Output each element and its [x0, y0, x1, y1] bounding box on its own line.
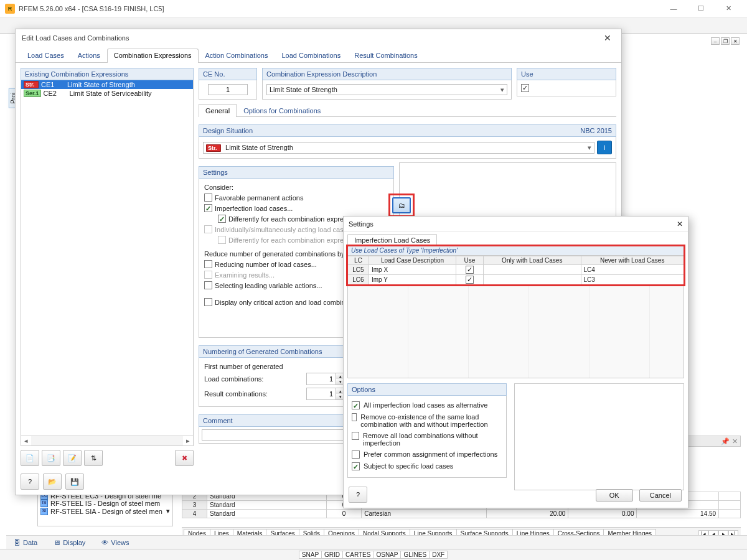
ilc-table[interactable]: LC Load Case Description Use Only with L…: [347, 256, 684, 285]
tab-imperfection-load-cases[interactable]: Imperfection Load Cases: [347, 234, 437, 246]
status-glines[interactable]: GLINES: [400, 551, 430, 559]
use-lc5-checkbox[interactable]: [466, 266, 474, 274]
edit-button[interactable]: 📝: [63, 450, 82, 466]
minimize-button[interactable]: —: [660, 0, 687, 17]
settings-help-button[interactable]: ?: [349, 487, 367, 503]
existing-expressions-header: Existing Combination Expressions: [21, 68, 194, 80]
load-comb-spin[interactable]: ▴▾: [306, 373, 345, 385]
module-icon: IS: [40, 500, 48, 507]
options-header: Options: [347, 383, 507, 396]
view-views-tab: 👁Views: [96, 538, 134, 548]
table-row: LC6 Imp Y LC3: [348, 275, 684, 285]
status-grid[interactable]: GRID: [321, 551, 343, 559]
status-snap[interactable]: SNAP: [299, 551, 322, 559]
diff-each-checkbox[interactable]: [218, 215, 226, 223]
subtab-general[interactable]: General: [199, 104, 237, 117]
use-checkbox[interactable]: [521, 84, 529, 92]
display-icon: 🖥: [54, 539, 60, 546]
diff-each2-checkbox: [218, 236, 226, 244]
ce-no-input[interactable]: [208, 84, 248, 95]
dialog-main-tabs: Load Cases Actions Combination Expressio…: [16, 48, 621, 63]
result-comb-spin[interactable]: ▴▾: [306, 388, 345, 400]
ilc-table-title: Use Load Cases of Type 'Imperfection': [347, 246, 684, 256]
design-code-label: NBC 2015: [580, 127, 612, 134]
display-critical-checkbox[interactable]: [204, 298, 212, 306]
cancel-button[interactable]: Cancel: [639, 489, 682, 502]
settings-header: Settings: [199, 166, 394, 179]
status-dxf[interactable]: DXF: [429, 551, 448, 559]
settings-dialog-title: Settings: [349, 220, 374, 228]
ilc-empty-grid[interactable]: [347, 285, 684, 378]
indiv-checkbox: [204, 225, 212, 233]
tab-result-combinations[interactable]: Result Combinations: [347, 49, 425, 63]
delete-button[interactable]: ✖: [175, 450, 194, 466]
design-situation-label: Design Situation: [203, 127, 253, 134]
status-bar: SNAP GRID CARTES OSNAP GLINES DXF: [0, 549, 747, 560]
imperfection-settings-dialog: Settings ✕ Imperfection Load Cases Use L…: [343, 216, 688, 508]
maximize-button[interactable]: ☐: [687, 0, 715, 17]
examining-checkbox: [204, 271, 212, 279]
tab-actions[interactable]: Actions: [71, 49, 107, 63]
favorable-checkbox[interactable]: [204, 194, 212, 202]
copy-button[interactable]: 📑: [42, 450, 60, 466]
imperfection-checkbox[interactable]: [204, 204, 212, 212]
selecting-checkbox[interactable]: [204, 281, 212, 289]
app-icon: R: [5, 4, 15, 14]
design-situation-select[interactable]: Str. Limit State of Strength: [203, 142, 594, 154]
use-header: Use: [517, 68, 616, 80]
use-lc6-checkbox[interactable]: [466, 276, 474, 284]
data-icon: 🗄: [14, 539, 21, 546]
module-icon: SI: [40, 508, 48, 515]
ce-no-header: CE No.: [199, 68, 257, 80]
save-button[interactable]: 💾: [65, 474, 84, 490]
list-scrollbar[interactable]: ◂▸: [21, 436, 194, 446]
subtab-options[interactable]: Options for Combinations: [237, 104, 327, 117]
tab-action-combinations[interactable]: Action Combinations: [199, 49, 275, 63]
combo-desc-header: Combination Expression Description: [262, 68, 512, 80]
views-icon: 👁: [101, 539, 108, 546]
mdi-window-controls[interactable]: –❐✕: [711, 37, 740, 45]
app-title: RFEM 5.26.00 x64 - [CSA S16-19 FINISH, L…: [19, 5, 164, 12]
opt-prefer-checkbox[interactable]: [352, 450, 360, 459]
imperfection-settings-button[interactable]: 🗂: [392, 197, 411, 213]
tab-load-combinations[interactable]: Load Combinations: [275, 49, 347, 63]
navigator-view-tabs[interactable]: 🗄Data 🖥Display 👁Views: [6, 535, 747, 549]
close-button[interactable]: ✕: [715, 0, 742, 17]
settings-preview-panel: [514, 383, 684, 490]
expression-list[interactable]: Str. CE1 Limit State of Strength Ser.1 C…: [21, 80, 194, 436]
status-osnap[interactable]: OSNAP: [373, 551, 401, 559]
strength-badge: Str.: [24, 81, 39, 88]
serviceability-badge: Ser.1: [24, 90, 41, 97]
expression-row[interactable]: Ser.1 CE2 Limit State of Serviceability: [21, 89, 193, 98]
expression-row[interactable]: Str. CE1 Limit State of Strength: [21, 80, 193, 89]
dialog-close-icon[interactable]: ✕: [600, 30, 615, 45]
sort-button[interactable]: ⇅: [84, 450, 103, 466]
view-display-tab: 🖥Display: [49, 538, 90, 548]
settings-close-icon[interactable]: ✕: [677, 220, 683, 228]
combo-desc-select[interactable]: Limit State of Strength: [266, 84, 507, 95]
strength-badge: Str.: [206, 144, 221, 152]
help-button[interactable]: ?: [21, 474, 39, 490]
module-tree[interactable]: ECRF-STEEL EC3 - Design of steel me ISRF…: [37, 492, 173, 526]
consider-label: Consider:: [204, 182, 388, 192]
right-toolbar[interactable]: [624, 52, 741, 76]
ok-button[interactable]: OK: [596, 489, 633, 502]
tab-load-cases[interactable]: Load Cases: [21, 49, 71, 63]
main-titlebar: R RFEM 5.26.00 x64 - [CSA S16-19 FINISH,…: [0, 0, 747, 17]
reducing-checkbox[interactable]: [204, 260, 212, 268]
view-data-tab: 🗄Data: [9, 538, 42, 548]
info-icon[interactable]: i: [597, 141, 612, 154]
table-row: LC5 Imp X LC4: [348, 265, 684, 275]
tab-combination-expressions[interactable]: Combination Expressions: [107, 49, 199, 63]
status-cartes[interactable]: CARTES: [342, 551, 374, 559]
new-button[interactable]: 📄: [21, 450, 39, 466]
open-button[interactable]: 📂: [43, 474, 62, 490]
opt-remove-all-checkbox[interactable]: [352, 432, 359, 440]
opt-remove-coexist-checkbox[interactable]: [352, 413, 357, 421]
opt-subject-checkbox[interactable]: [352, 462, 360, 470]
opt-alternative-checkbox[interactable]: [352, 401, 360, 409]
dialog-title: Edit Load Cases and Combinations: [22, 34, 129, 42]
